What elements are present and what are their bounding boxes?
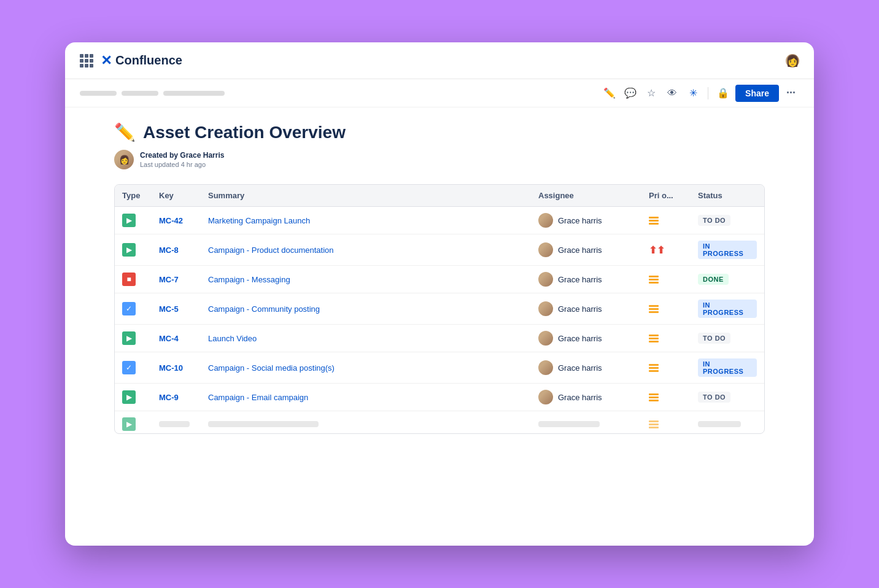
comment-icon[interactable]: 💬 <box>622 85 639 102</box>
author-avatar: 👩 <box>114 150 134 169</box>
logo[interactable]: ✕ Confluence <box>101 53 182 69</box>
assignee-avatar <box>538 360 553 375</box>
cell-type: ▶ <box>115 325 152 352</box>
issue-key-link[interactable]: MC-8 <box>159 246 179 255</box>
lock-icon[interactable]: 🔒 <box>714 85 732 102</box>
more-options-button[interactable]: ··· <box>783 84 799 102</box>
top-nav: ✕ Confluence 👩 <box>65 42 814 79</box>
browser-window: ✕ Confluence 👩 ✏️ 💬 ☆ 👁 ✳ 🔒 Share ··· ✏️… <box>65 42 814 546</box>
issue-summary-link[interactable]: Campaign - Email campaign <box>208 393 308 402</box>
type-icon-story: ▶ <box>122 331 136 345</box>
assignee-name: Grace harris <box>558 246 602 255</box>
loader-icon[interactable]: ✳ <box>684 85 702 102</box>
issue-key-link[interactable]: MC-42 <box>159 216 183 225</box>
cell-assignee: Grace harris <box>531 384 641 411</box>
status-badge: IN PROGRESS <box>698 241 757 259</box>
author-name: Created by Grace Harris <box>140 151 224 160</box>
table-row: ▶ MC-8 Campaign - Product documentation … <box>115 234 764 266</box>
cell-summary: Campaign - Community posting <box>201 293 531 325</box>
user-avatar[interactable]: 👩 <box>786 54 799 68</box>
assignee-cell: Grace harris <box>538 331 634 346</box>
issue-summary-link[interactable]: Marketing Campaign Launch <box>208 216 310 225</box>
partial-bar <box>538 421 600 427</box>
cell-priority <box>641 293 691 325</box>
cell-priority <box>641 352 691 384</box>
assignee-cell: Grace harris <box>538 272 634 287</box>
edit-icon[interactable]: ✏️ <box>601 85 618 102</box>
cell-summary: Campaign - Social media posting(s) <box>201 352 531 384</box>
page-title-row: ✏️ Asset Creation Overview <box>114 122 765 142</box>
cell-status: TO DO <box>691 207 764 234</box>
status-badge: IN PROGRESS <box>698 358 757 377</box>
table-row: ▶ MC-42 Marketing Campaign Launch Grace … <box>115 207 764 234</box>
status-badge: IN PROGRESS <box>698 300 757 318</box>
user-avatar-image: 👩 <box>786 54 799 68</box>
priority-high-icon: ⬆⬆ <box>649 245 665 255</box>
assignee-avatar <box>538 272 553 287</box>
table-row: ■ MC-7 Campaign - Messaging Grace harris… <box>115 266 764 293</box>
issue-key-link[interactable]: MC-9 <box>159 393 179 402</box>
issue-summary-link[interactable]: Campaign - Messaging <box>208 275 290 284</box>
partial-priority <box>649 420 683 428</box>
cell-key: MC-8 <box>152 234 201 266</box>
priority-medium-icon <box>649 335 683 342</box>
watch-icon[interactable]: 👁 <box>664 85 681 102</box>
author-meta: Created by Grace Harris Last updated 4 h… <box>140 151 224 168</box>
col-header-key: Key <box>152 185 201 207</box>
table-header-row: Type Key Summary Assignee Pri o... Statu… <box>115 185 764 207</box>
page-title: Asset Creation Overview <box>143 123 346 142</box>
table-row-partial: ▶ <box>115 411 764 434</box>
cell-type: ▶ <box>115 207 152 234</box>
assignee-name: Grace harris <box>558 393 602 402</box>
cell-assignee: Grace harris <box>531 325 641 352</box>
star-icon[interactable]: ☆ <box>643 85 660 102</box>
issue-key-link[interactable]: MC-10 <box>159 363 183 373</box>
status-badge: TO DO <box>698 392 730 403</box>
assignee-name: Grace harris <box>558 216 602 225</box>
issue-summary-link[interactable]: Launch Video <box>208 334 257 343</box>
cell-priority: ⬆⬆ <box>641 234 691 266</box>
assignee-avatar <box>538 331 553 346</box>
type-icon-story: ▶ <box>122 390 136 404</box>
type-icon-task: ✓ <box>122 302 136 315</box>
type-icon-partial: ▶ <box>122 417 136 431</box>
cell-summary: Campaign - Email campaign <box>201 384 531 411</box>
cell-priority <box>641 266 691 293</box>
cell-key: MC-9 <box>152 384 201 411</box>
type-icon-story: ▶ <box>122 214 136 227</box>
issue-summary-link[interactable]: Campaign - Product documentation <box>208 246 334 255</box>
cell-type: ▶ <box>115 384 152 411</box>
cell-type: ■ <box>115 266 152 293</box>
issue-key-link[interactable]: MC-7 <box>159 275 179 284</box>
assignee-cell: Grace harris <box>538 213 634 228</box>
app-grid-icon[interactable] <box>80 54 93 68</box>
assignee-name: Grace harris <box>558 334 602 343</box>
col-header-priority: Pri o... <box>641 185 691 207</box>
table-row: ✓ MC-5 Campaign - Community posting Grac… <box>115 293 764 325</box>
assignee-avatar <box>538 390 553 404</box>
cell-summary: Launch Video <box>201 325 531 352</box>
assignee-cell: Grace harris <box>538 360 634 375</box>
partial-bar <box>159 421 190 427</box>
assignee-cell: Grace harris <box>538 390 634 404</box>
cell-assignee: Grace harris <box>531 352 641 384</box>
issue-summary-link[interactable]: Campaign - Community posting <box>208 304 320 314</box>
cell-type: ✓ <box>115 352 152 384</box>
status-badge: DONE <box>698 274 729 285</box>
page-content: ✏️ Asset Creation Overview 👩 Created by … <box>65 107 814 458</box>
toolbar-divider <box>708 87 708 99</box>
assignee-avatar <box>538 213 553 228</box>
partial-assignee <box>531 411 641 434</box>
col-header-status: Status <box>691 185 764 207</box>
issue-key-link[interactable]: MC-5 <box>159 304 179 314</box>
cell-summary: Marketing Campaign Launch <box>201 207 531 234</box>
issue-summary-link[interactable]: Campaign - Social media posting(s) <box>208 363 335 373</box>
assignee-avatar <box>538 242 553 257</box>
share-button[interactable]: Share <box>735 85 779 102</box>
cell-key: MC-7 <box>152 266 201 293</box>
cell-assignee: Grace harris <box>531 266 641 293</box>
nav-left: ✕ Confluence <box>80 53 182 69</box>
breadcrumb-area <box>80 91 597 96</box>
issue-key-link[interactable]: MC-4 <box>159 334 179 343</box>
priority-medium-icon <box>649 305 683 313</box>
